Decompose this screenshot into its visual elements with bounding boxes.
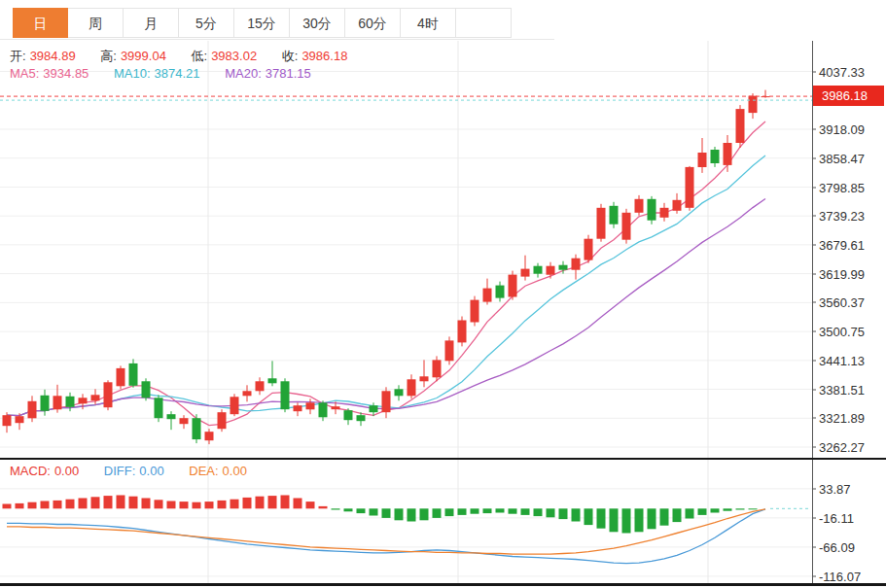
tab-5min[interactable]: 5分: [179, 8, 234, 38]
bottom-border: [0, 583, 886, 586]
axis-tick-label: 3798.85: [812, 180, 865, 194]
tab-60min[interactable]: 60分: [345, 8, 401, 38]
axis-tick-dash: [812, 71, 816, 72]
tab-week[interactable]: 周: [68, 8, 124, 38]
high-value: 3999.04: [121, 49, 166, 63]
dea-label: DEA:: [189, 464, 218, 478]
axis-tick-dash: [812, 517, 816, 518]
close-label: 收:: [282, 49, 299, 63]
axis-tick-dash: [812, 244, 816, 245]
macd-value: 0.00: [54, 464, 79, 478]
axis-tick-dash: [812, 331, 816, 332]
axis-tick-dash: [812, 575, 816, 576]
macd-readout: MACD:0.00 DIFF:0.00 DEA:0.00: [10, 464, 251, 478]
high-label: 高:: [100, 49, 117, 63]
diff-value: 0.00: [139, 464, 163, 478]
tab-filler: [456, 8, 512, 38]
axis-tick-label: -16.11: [812, 510, 854, 525]
axis-tick-dash: [812, 389, 816, 390]
ma10-label: MA10:: [114, 66, 151, 81]
ma5-label: MA5:: [10, 66, 39, 81]
axis-tick-label: -116.07: [812, 569, 861, 583]
timeframe-tabbar: 日 周 月 5分 15分 30分 60分 4时: [13, 8, 512, 38]
open-label: 开:: [10, 49, 26, 63]
axis-tick-dash: [812, 546, 816, 547]
tab-day[interactable]: 日: [13, 8, 68, 38]
axis-tick-label: 3441.13: [812, 353, 865, 367]
tab-30min[interactable]: 30分: [290, 8, 345, 38]
axis-tick-label: 3918.09: [812, 122, 865, 137]
macd-indicator-chart[interactable]: [0, 460, 813, 583]
axis-tick-dash: [812, 447, 816, 448]
kline-chart-app: 日 周 月 5分 15分 30分 60分 4时 开:3984.89 高:3999…: [0, 0, 886, 588]
diff-label: DIFF:: [104, 464, 136, 478]
axis-tick-dash: [812, 129, 816, 130]
axis-tick-label: 3858.47: [812, 151, 865, 165]
axis-tick-label: 33.87: [812, 481, 851, 496]
axis-tick-label: 3739.23: [812, 209, 865, 224]
axis-tick-dash: [812, 302, 816, 303]
axis-tick-dash: [812, 488, 816, 489]
axis-tick-label: 3500.75: [812, 325, 865, 339]
main-candlestick-chart[interactable]: [0, 41, 813, 459]
ohlc-readout: 开:3984.89 高:3999.04 低:3983.02 收:3986.18: [10, 48, 351, 65]
tab-month[interactable]: 月: [124, 8, 179, 38]
axis-tick-dash: [812, 273, 816, 274]
axis-tick-label: 3679.61: [812, 237, 865, 252]
axis-tick-label: -66.09: [812, 539, 855, 554]
low-value: 3983.02: [211, 49, 257, 63]
close-value: 3986.18: [301, 49, 347, 63]
tabbar-underline: [0, 39, 554, 40]
low-label: 低:: [192, 49, 208, 63]
axis-tick-dash: [812, 360, 816, 361]
ma10-value: 3874.21: [155, 66, 200, 81]
macd-label: MACD:: [10, 464, 51, 478]
current-price-badge: 3986.18: [813, 86, 884, 106]
axis-tick-label: 4037.33: [812, 64, 865, 79]
axis-tick-label: 3381.51: [812, 382, 865, 397]
tab-15min[interactable]: 15分: [234, 8, 290, 38]
axis-tick-dash: [812, 157, 816, 158]
open-value: 3984.89: [30, 49, 76, 63]
tab-4hour[interactable]: 4时: [401, 8, 456, 38]
axis-tick-label: 3560.37: [812, 295, 865, 310]
axis-tick-dash: [812, 418, 816, 419]
panel-divider: [0, 458, 886, 460]
ma5-value: 3934.85: [43, 66, 89, 81]
axis-tick-label: 3619.99: [812, 266, 865, 281]
axis-tick-dash: [812, 187, 816, 188]
ma20-value: 3781.15: [266, 66, 311, 81]
ma-readout: MA5:3934.85 MA10:3874.21 MA20:3781.15: [10, 66, 315, 81]
axis-tick-dash: [812, 216, 816, 217]
axis-tick-label: 3321.89: [812, 411, 865, 426]
ma20-label: MA20:: [225, 66, 262, 81]
axis-tick-label: 3262.27: [812, 440, 865, 455]
dea-value: 0.00: [223, 464, 247, 478]
